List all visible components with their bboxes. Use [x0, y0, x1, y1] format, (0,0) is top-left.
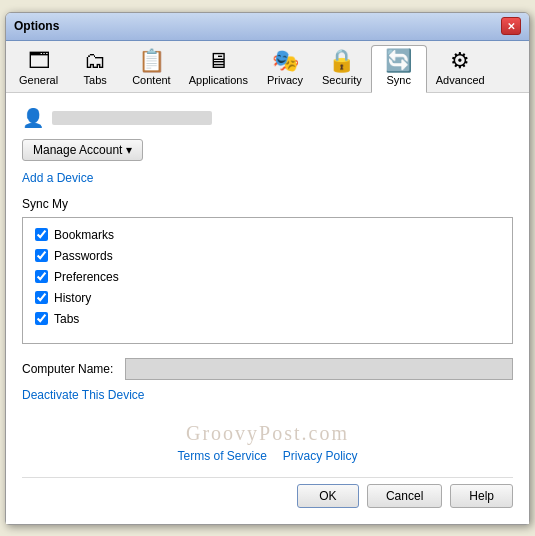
manage-account-label: Manage Account [33, 143, 122, 157]
tab-advanced-label: Advanced [436, 74, 485, 86]
sync-group: Bookmarks Passwords Preferences History … [22, 217, 513, 344]
checkbox-preferences[interactable] [35, 270, 48, 283]
checkbox-history[interactable] [35, 291, 48, 304]
checkbox-bookmarks-row: Bookmarks [35, 228, 500, 242]
tab-tabs-label: Tabs [84, 74, 107, 86]
window-title: Options [14, 19, 59, 33]
tab-sync-label: Sync [387, 74, 411, 86]
computer-name-label: Computer Name: [22, 362, 117, 376]
title-bar: Options ✕ [6, 13, 529, 41]
checkbox-passwords-label[interactable]: Passwords [54, 249, 113, 263]
tab-tabs[interactable]: 🗂 Tabs [67, 45, 123, 92]
checkbox-tabs-row: Tabs [35, 312, 500, 326]
tabs-icon: 🗂 [84, 50, 106, 72]
content-icon: 📋 [138, 50, 165, 72]
tab-applications[interactable]: 🖥 Applications [180, 45, 257, 92]
manage-dropdown-arrow: ▾ [126, 143, 132, 157]
tab-content[interactable]: 📋 Content [123, 45, 180, 92]
general-icon: 🗔 [28, 50, 50, 72]
cancel-button[interactable]: Cancel [367, 484, 442, 508]
tab-advanced[interactable]: ⚙ Advanced [427, 45, 494, 92]
terms-of-service-link[interactable]: Terms of Service [177, 449, 266, 463]
deactivate-link[interactable]: Deactivate This Device [22, 388, 145, 402]
help-button[interactable]: Help [450, 484, 513, 508]
checkbox-history-row: History [35, 291, 500, 305]
watermark: GroovyPost.com [22, 422, 513, 445]
main-content: 👤 Manage Account ▾ Add a Device Sync My … [6, 93, 529, 524]
account-name-placeholder [52, 111, 212, 125]
applications-icon: 🖥 [207, 50, 229, 72]
advanced-icon: ⚙ [450, 50, 470, 72]
checkbox-passwords[interactable] [35, 249, 48, 262]
ok-button[interactable]: OK [297, 484, 359, 508]
sync-icon: 🔄 [385, 50, 412, 72]
checkbox-tabs-label[interactable]: Tabs [54, 312, 79, 326]
button-row: OK Cancel Help [22, 477, 513, 512]
close-button[interactable]: ✕ [501, 17, 521, 35]
tab-security[interactable]: 🔒 Security [313, 45, 371, 92]
tab-general-label: General [19, 74, 58, 86]
privacy-policy-link[interactable]: Privacy Policy [283, 449, 358, 463]
tab-general[interactable]: 🗔 General [10, 45, 67, 92]
checkbox-tabs[interactable] [35, 312, 48, 325]
add-device-link[interactable]: Add a Device [22, 171, 93, 185]
checkbox-bookmarks[interactable] [35, 228, 48, 241]
sync-my-label: Sync My [22, 197, 513, 211]
toolbar: 🗔 General 🗂 Tabs 📋 Content 🖥 Application… [6, 41, 529, 93]
checkbox-history-label[interactable]: History [54, 291, 91, 305]
manage-account-button[interactable]: Manage Account ▾ [22, 139, 143, 161]
tab-privacy[interactable]: 🎭 Privacy [257, 45, 313, 92]
options-dialog: Options ✕ 🗔 General 🗂 Tabs 📋 Content 🖥 A… [5, 12, 530, 525]
footer-links: Terms of Service Privacy Policy [22, 449, 513, 463]
checkbox-bookmarks-label[interactable]: Bookmarks [54, 228, 114, 242]
privacy-icon: 🎭 [272, 50, 299, 72]
security-icon: 🔒 [328, 50, 355, 72]
tab-security-label: Security [322, 74, 362, 86]
checkbox-preferences-row: Preferences [35, 270, 500, 284]
account-icon: 👤 [22, 107, 44, 129]
checkbox-preferences-label[interactable]: Preferences [54, 270, 119, 284]
account-row: 👤 [22, 107, 513, 129]
tab-sync[interactable]: 🔄 Sync [371, 45, 427, 93]
tab-applications-label: Applications [189, 74, 248, 86]
computer-name-row: Computer Name: [22, 358, 513, 380]
tab-privacy-label: Privacy [267, 74, 303, 86]
checkbox-passwords-row: Passwords [35, 249, 500, 263]
computer-name-input[interactable] [125, 358, 513, 380]
tab-content-label: Content [132, 74, 171, 86]
